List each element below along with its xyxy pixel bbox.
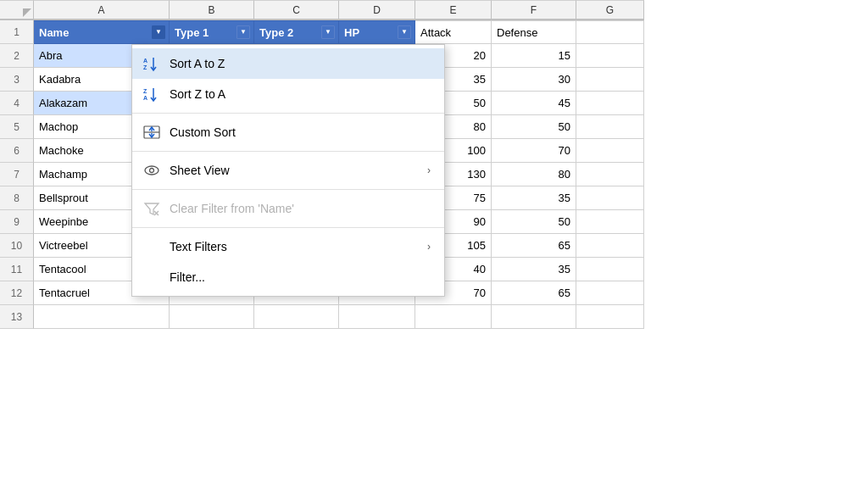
svg-text:Z: Z [143,64,147,70]
g-cell [576,186,644,210]
header-type2[interactable]: Type 2 ▼ [254,20,339,44]
filter-dots-label: Filter... [170,270,431,284]
type2-cell [254,305,339,329]
defense-cell: 50 [492,210,576,234]
g-cell [576,68,644,92]
row-num-12: 12 [0,281,34,305]
custom-sort-label: Custom Sort [170,125,431,139]
separator-3 [132,189,444,190]
filter-arrow-type2: ▼ [325,29,331,36]
col-header-a[interactable]: A [34,0,170,20]
g-cell [576,258,644,281]
svg-text:Z: Z [143,88,147,94]
menu-item-clear-filter: Clear Filter from 'Name' [132,193,444,224]
menu-item-filter-dots[interactable]: Filter... [132,262,444,292]
defense-cell: 50 [492,115,576,139]
g-cell [576,234,644,258]
g-cell [576,281,644,305]
defense-cell: 70 [492,139,576,163]
col-header-c[interactable]: C [254,0,339,20]
row-num-9: 9 [0,210,34,234]
menu-item-sheet-view[interactable]: Sheet View › [132,155,444,186]
spreadsheet: A B C D E F G 1 Name ▼ Type 1 ▼ Type 2 ▼ [0,0,868,484]
col-header-b[interactable]: B [170,0,254,20]
row-num-2: 2 [0,44,34,68]
col-header-g[interactable]: G [576,0,644,20]
row-num-8: 8 [0,186,34,210]
eye-icon [142,161,161,180]
row-num-11: 11 [0,258,34,281]
filter-btn-type2[interactable]: ▼ [321,25,335,39]
filter-dots-icon [142,268,161,287]
header-name-label: Name [39,26,69,39]
separator-4 [132,227,444,228]
defense-cell: 35 [492,186,576,210]
row-num-4: 4 [0,92,34,115]
row-num-5: 5 [0,115,34,139]
defense-cell: 15 [492,44,576,68]
g-cell [576,44,644,68]
svg-text:A: A [143,95,147,101]
defense-cell: 45 [492,92,576,115]
sort-za-label: Sort Z to A [170,87,431,101]
text-filters-icon [142,237,161,256]
g-cell [576,115,644,139]
col-header-d[interactable]: D [339,0,415,20]
name-cell [34,305,170,329]
sort-icon [142,123,161,142]
row-num-1: 1 [0,20,34,44]
filter-clear-icon [142,199,161,218]
header-attack: Attack [415,20,492,44]
header-hp[interactable]: HP ▼ [339,20,415,44]
text-filters-label: Text Filters [170,240,419,253]
dropdown-menu: A Z Sort A to Z Z A Sort Z to A [131,44,445,297]
header-type1-label: Type 1 [175,26,209,39]
g-cell [576,139,644,163]
hp-cell [339,305,415,329]
sheet-view-arrow: › [427,164,431,176]
text-filters-arrow: › [427,241,431,253]
row-num-10: 10 [0,234,34,258]
header-defense: Defense [492,20,576,44]
menu-item-custom-sort[interactable]: Custom Sort [132,117,444,147]
header-name[interactable]: Name ▼ [34,20,170,44]
defense-cell [492,305,576,329]
filter-arrow-type1: ▼ [240,29,247,36]
svg-point-11 [150,169,154,173]
defense-cell: 35 [492,258,576,281]
corner-cell [0,0,34,20]
clear-filter-label: Clear Filter from 'Name' [170,202,431,215]
separator-1 [132,113,444,114]
menu-item-text-filters[interactable]: Text Filters › [132,231,444,262]
g-cell [576,305,644,329]
header-type2-label: Type 2 [259,26,293,39]
col-header-e[interactable]: E [415,0,492,20]
defense-cell: 80 [492,163,576,186]
filter-btn-name[interactable]: ▼ [152,25,165,39]
sheet-view-label: Sheet View [170,164,419,177]
attack-cell [415,305,492,329]
g-cell [576,92,644,115]
col-header-f[interactable]: F [492,0,576,20]
row-num-13: 13 [0,305,34,329]
row-num-3: 3 [0,68,34,92]
menu-item-sort-az[interactable]: A Z Sort A to Z [132,48,444,79]
defense-cell: 65 [492,234,576,258]
separator-2 [132,151,444,152]
header-hp-label: HP [344,26,359,39]
header-type1[interactable]: Type 1 ▼ [170,20,254,44]
defense-cell: 65 [492,281,576,305]
filter-arrow-hp: ▼ [401,29,408,36]
az-icon: A Z [142,54,161,73]
defense-cell: 30 [492,68,576,92]
sort-az-label: Sort A to Z [170,57,431,70]
filter-arrow-name: ▼ [155,29,162,36]
header-g [576,20,644,44]
svg-point-10 [145,166,159,175]
type1-cell [170,305,254,329]
menu-item-sort-za[interactable]: Z A Sort Z to A [132,79,444,109]
filter-btn-hp[interactable]: ▼ [398,25,411,39]
row-num-6: 6 [0,139,34,163]
filter-btn-type1[interactable]: ▼ [236,25,250,39]
svg-text:A: A [143,58,147,64]
